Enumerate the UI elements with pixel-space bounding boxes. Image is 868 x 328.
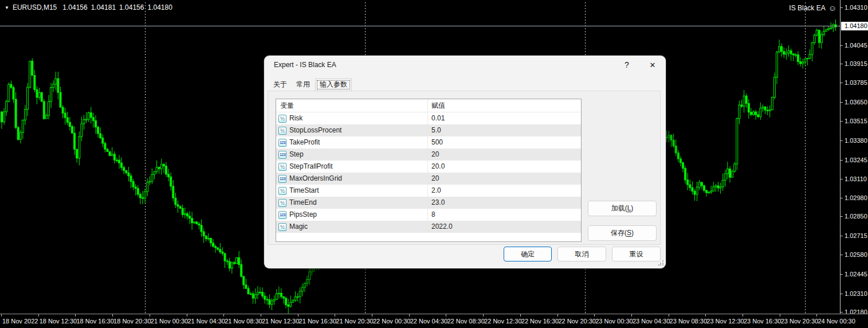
price-axis[interactable]: 1.043101.041801.040451.039151.037851.036… bbox=[840, 0, 868, 314]
param-value[interactable]: 20 bbox=[427, 149, 581, 161]
price-tick bbox=[840, 236, 843, 236]
param-value[interactable]: 8 bbox=[427, 209, 581, 221]
column-header-variable: 变量 bbox=[276, 99, 427, 112]
dialog-title: Expert - IS Black EA bbox=[274, 56, 336, 75]
close-button[interactable]: ✕ bbox=[645, 56, 661, 75]
price-tick bbox=[840, 64, 843, 64]
param-row-Step[interactable]: 123Step20 bbox=[276, 149, 581, 161]
ohlc-close: 1.04180 bbox=[147, 3, 172, 11]
double-type-icon: ½ bbox=[278, 127, 286, 135]
price-tick-label: 1.02310 bbox=[845, 291, 867, 297]
param-value[interactable]: 23.0 bbox=[427, 197, 581, 209]
load-button[interactable]: 加载(L) bbox=[588, 201, 657, 216]
param-row-StopLossProcent[interactable]: ½StopLossProcent5.0 bbox=[276, 124, 581, 136]
parameters-table: 变量 赋值 ½Risk0.01½StopLossProcent5.0123Tak… bbox=[276, 99, 582, 242]
time-tick-label: 21 Nov 12:30 bbox=[262, 318, 299, 325]
double-type-icon: ½ bbox=[278, 187, 286, 195]
param-row-TakeProfit[interactable]: 123TakeProfit500 bbox=[276, 136, 581, 149]
price-tick bbox=[840, 45, 843, 46]
ea-name-label: IS Black EA bbox=[789, 4, 825, 12]
tab-common[interactable]: 常用 bbox=[292, 79, 314, 91]
price-tick bbox=[840, 121, 843, 122]
ea-status-badge[interactable]: IS Black EA☺ bbox=[789, 3, 836, 13]
param-row-Risk[interactable]: ½Risk0.01 bbox=[276, 112, 581, 124]
time-axis[interactable]: 18 Nov 202218 Nov 12:3018 Nov 16:3018 No… bbox=[0, 314, 868, 328]
time-tick-label: 22 Nov 00:30 bbox=[373, 318, 410, 325]
int-type-icon: 123 bbox=[278, 175, 286, 183]
time-tick-label: 21 Nov 20:30 bbox=[336, 318, 373, 325]
param-value[interactable]: 500 bbox=[427, 136, 581, 149]
param-row-MaxOrdersInGrid[interactable]: 123MaxOrdersInGrid20 bbox=[276, 173, 581, 185]
time-tick-label: 18 Nov 12:30 bbox=[40, 318, 77, 325]
param-row-PipsStep[interactable]: 123PipsStep8 bbox=[276, 209, 581, 221]
price-tick bbox=[840, 83, 843, 83]
time-tick bbox=[446, 314, 446, 317]
param-name: PipsStep bbox=[289, 209, 317, 221]
time-tick-label: 23 Nov 16:30 bbox=[744, 318, 781, 325]
tab-about[interactable]: 关于 bbox=[269, 79, 291, 91]
param-value[interactable]: 20 bbox=[427, 173, 581, 185]
param-value[interactable]: 20.0 bbox=[427, 161, 581, 173]
ok-button[interactable]: 确定 bbox=[504, 247, 552, 261]
price-tick bbox=[840, 140, 843, 141]
price-tick bbox=[840, 216, 843, 217]
time-tick-label: 18 Nov 20:30 bbox=[113, 318, 151, 325]
time-tick bbox=[335, 314, 335, 317]
time-tick bbox=[631, 314, 632, 317]
int-type-icon: 123 bbox=[278, 139, 286, 147]
price-tick-label: 1.02980 bbox=[845, 195, 867, 201]
param-row-TimeStart[interactable]: ½TimeStart2.0 bbox=[276, 185, 581, 197]
time-tick bbox=[372, 314, 372, 317]
price-tick bbox=[840, 198, 843, 198]
price-tick-label: 1.03650 bbox=[845, 99, 867, 106]
param-value[interactable]: 2.0 bbox=[427, 185, 581, 197]
time-tick bbox=[1, 314, 2, 317]
double-type-icon: ½ bbox=[278, 223, 286, 231]
time-tick-label: 22 Nov 12:30 bbox=[484, 318, 521, 325]
param-value[interactable]: 5.0 bbox=[427, 124, 581, 136]
cancel-button[interactable]: 取消 bbox=[557, 247, 606, 261]
price-tick-label: 1.02715 bbox=[845, 233, 867, 239]
param-value[interactable]: 0.01 bbox=[427, 112, 581, 124]
time-tick bbox=[298, 314, 299, 317]
param-name: Step bbox=[289, 149, 304, 161]
time-tick bbox=[409, 314, 410, 317]
time-tick bbox=[112, 314, 113, 317]
time-tick bbox=[594, 314, 595, 317]
time-tick bbox=[816, 314, 817, 317]
time-tick-label: 21 Nov 08:30 bbox=[225, 318, 262, 325]
price-tick-label: 1.04310 bbox=[845, 5, 867, 11]
ea-running-smiley-icon: ☺ bbox=[828, 3, 836, 13]
mt4-terminal-window: ▼EURUSD,M151.041561.041811.041561.04180 … bbox=[0, 0, 868, 328]
time-tick bbox=[150, 314, 150, 317]
double-type-icon: ½ bbox=[278, 199, 286, 207]
param-value[interactable]: 2022.0 bbox=[427, 221, 581, 233]
symbol-ohlc-bar: ▼EURUSD,M151.041561.041811.041561.04180 bbox=[5, 3, 176, 11]
column-header-value: 赋值 bbox=[427, 99, 581, 112]
param-row-StepTrallProfit[interactable]: ½StepTrallProfit20.0 bbox=[276, 161, 581, 173]
param-row-TimeEnd[interactable]: ½TimeEnd23.0 bbox=[276, 197, 581, 209]
price-tick-label: 1.02445 bbox=[845, 271, 867, 278]
price-tick-label: 1.03380 bbox=[845, 138, 867, 144]
save-button[interactable]: 保存(S) bbox=[588, 225, 657, 241]
param-name: MaxOrdersInGrid bbox=[289, 173, 342, 185]
resize-grip[interactable] bbox=[658, 260, 663, 265]
time-tick-label: 23 Nov 20:30 bbox=[781, 318, 818, 325]
param-name: TimeEnd bbox=[289, 197, 317, 209]
param-row-Magic[interactable]: ½Magic2022.0 bbox=[276, 221, 581, 233]
price-tick-label: 1.03785 bbox=[845, 80, 867, 86]
time-tick-label: 18 Nov 2022 bbox=[2, 318, 38, 325]
tab-inputs[interactable]: 输入参数 bbox=[315, 79, 352, 91]
param-name: StopLossProcent bbox=[289, 124, 341, 136]
time-tick bbox=[743, 314, 743, 317]
time-tick bbox=[261, 314, 261, 317]
symbol-dropdown-icon[interactable]: ▼ bbox=[5, 5, 9, 10]
double-type-icon: ½ bbox=[278, 163, 286, 171]
time-tick bbox=[187, 314, 187, 317]
price-tick bbox=[840, 255, 843, 255]
reset-button[interactable]: 重设 bbox=[612, 247, 661, 261]
help-button[interactable]: ? bbox=[620, 56, 633, 75]
time-tick-label: 23 Nov 12:30 bbox=[706, 318, 744, 325]
time-tick-label: 22 Nov 20:30 bbox=[559, 318, 596, 325]
time-tick-label: 22 Nov 04:30 bbox=[410, 318, 447, 325]
